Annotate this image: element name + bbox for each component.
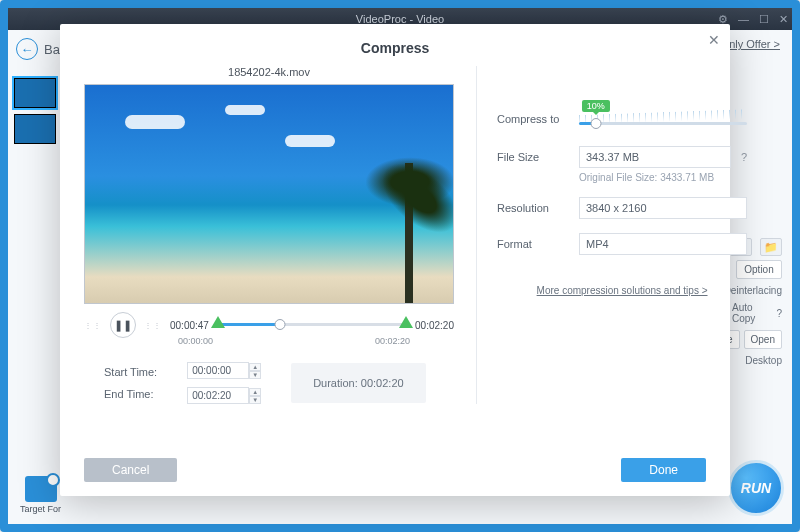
back-button[interactable]: ← Ba (16, 38, 60, 60)
duration-display: Duration: 00:02:20 (291, 363, 426, 403)
folder-icon[interactable]: 📁 (760, 238, 782, 256)
seek-knob[interactable] (274, 319, 285, 330)
compress-dialog: ✕ Compress 1854202-4k.mov ⋮⋮ ❚❚ ⋮⋮ 00:00… (60, 24, 730, 496)
run-button[interactable]: RUN (728, 460, 784, 516)
maximize-icon[interactable]: ☐ (759, 13, 769, 26)
format-select[interactable]: MP4 (579, 233, 747, 255)
target-format[interactable]: Target For (20, 476, 61, 514)
filesize-input[interactable] (579, 146, 731, 168)
thumbnail-item[interactable] (14, 114, 56, 144)
grip-icon: ⋮⋮ (84, 321, 102, 330)
thumbnail-strip (14, 78, 64, 150)
video-preview[interactable] (84, 84, 454, 304)
start-time-label: Start Time: (104, 366, 157, 378)
close-window-icon[interactable]: ✕ (779, 13, 788, 26)
target-format-label: Target For (20, 504, 61, 514)
help-icon[interactable]: ? (741, 151, 747, 163)
compress-badge: 10% (582, 100, 610, 112)
back-label: Ba (44, 42, 60, 57)
cancel-button[interactable]: Cancel (84, 458, 177, 482)
minimize-icon[interactable]: — (738, 13, 749, 25)
done-button[interactable]: Done (621, 458, 706, 482)
current-time: 00:00:47 (170, 320, 209, 331)
seek-end-label: 00:02:20 (375, 336, 410, 346)
output-path-label: Desktop (745, 355, 782, 366)
compress-slider[interactable]: 10% (579, 106, 747, 132)
seek-start-label: 00:00:00 (178, 336, 213, 346)
close-dialog-icon[interactable]: ✕ (708, 32, 720, 48)
filename-label: 1854202-4k.mov (84, 66, 454, 78)
resolution-select[interactable]: 3840 x 2160 (579, 197, 747, 219)
trim-start-handle[interactable] (211, 316, 225, 328)
end-time-input[interactable]: ▲▼ (187, 387, 261, 404)
tips-link[interactable]: More compression solutions and tips > (497, 285, 747, 296)
target-format-icon (25, 476, 57, 502)
open-button[interactable]: Open (744, 330, 782, 349)
offer-link[interactable]: only Offer > (723, 38, 780, 50)
grip-icon: ⋮⋮ (144, 321, 162, 330)
dialog-title: Compress (84, 40, 706, 56)
compress-to-label: Compress to (497, 113, 569, 125)
back-arrow-icon: ← (16, 38, 38, 60)
thumbnail-item[interactable] (14, 78, 56, 108)
help-icon[interactable]: ? (776, 308, 782, 319)
total-time: 00:02:20 (415, 320, 454, 331)
format-label: Format (497, 238, 569, 250)
original-filesize: Original File Size: 3433.71 MB (579, 172, 747, 183)
trim-end-handle[interactable] (399, 316, 413, 328)
filesize-label: File Size (497, 151, 569, 163)
seek-slider[interactable] (217, 313, 407, 337)
compress-slider-knob[interactable] (590, 118, 601, 129)
play-pause-button[interactable]: ❚❚ (110, 312, 136, 338)
resolution-label: Resolution (497, 202, 569, 214)
end-time-label: End Time: (104, 388, 157, 400)
start-time-input[interactable]: ▲▼ (187, 362, 261, 379)
